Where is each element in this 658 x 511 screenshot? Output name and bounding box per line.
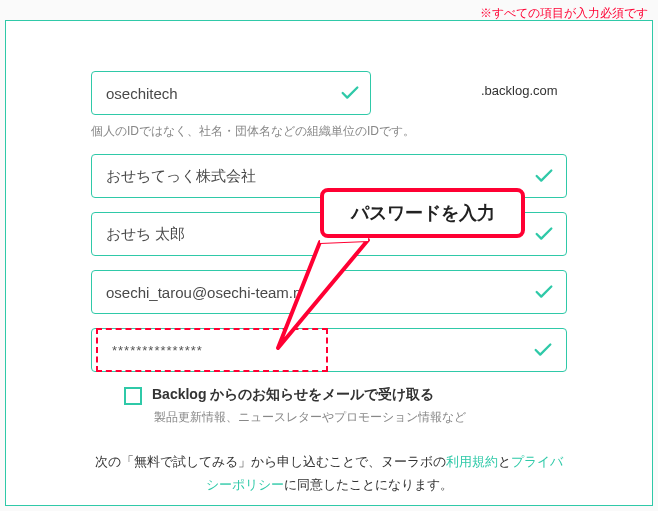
check-icon xyxy=(532,339,554,361)
newsletter-checkbox[interactable] xyxy=(124,387,142,405)
terms-prefix: 次の「無料で試してみる」から申し込むことで、ヌーラボの xyxy=(95,454,446,469)
annotation-arrow-icon xyxy=(270,238,390,358)
check-icon xyxy=(339,82,361,104)
space-id-row: .backlog.com 個人のIDではなく、社名・団体名などの組織単位のIDで… xyxy=(91,71,567,140)
space-id-helper: 個人のIDではなく、社名・団体名などの組織単位のIDです。 xyxy=(91,123,567,140)
terms-suffix: に同意したことになります。 xyxy=(284,477,453,492)
annotation-callout: パスワードを入力 xyxy=(320,188,525,238)
domain-suffix: .backlog.com xyxy=(481,83,558,98)
newsletter-label: Backlog からのお知らせをメールで受け取る xyxy=(152,386,434,404)
newsletter-row: Backlog からのお知らせをメールで受け取る xyxy=(124,386,567,405)
newsletter-helper: 製品更新情報、ニュースレターやプロモーション情報など xyxy=(154,409,567,426)
check-icon xyxy=(533,165,555,187)
terms-text: 次の「無料で試してみる」から申し込むことで、ヌーラボの利用規約とプライバシーポリ… xyxy=(91,450,567,497)
annotation-callout-text: パスワードを入力 xyxy=(351,201,495,225)
space-id-input[interactable] xyxy=(91,71,371,115)
check-icon xyxy=(533,223,555,245)
terms-of-use-link[interactable]: 利用規約 xyxy=(446,454,498,469)
check-icon xyxy=(533,281,555,303)
terms-mid: と xyxy=(498,454,511,469)
